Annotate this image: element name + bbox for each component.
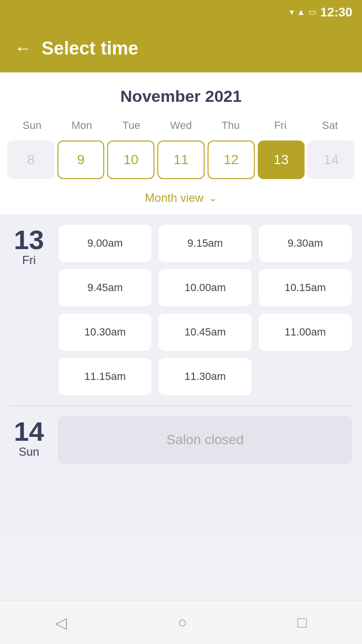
weekday-thu: Thu xyxy=(206,115,255,136)
month-year-label: November 2021 xyxy=(0,82,362,115)
month-view-toggle[interactable]: Month view ⌄ xyxy=(0,184,362,214)
slots-grid-13: 9.00am 9.15am 9.30am 9.45am 10.00am 10.1… xyxy=(58,224,352,396)
header: ← Select time xyxy=(0,24,362,72)
chevron-down-icon[interactable]: ⌄ xyxy=(209,192,217,204)
slot-9-15am[interactable]: 9.15am xyxy=(158,224,252,263)
weekday-sat: Sat xyxy=(305,115,355,136)
weekday-mon: Mon xyxy=(57,115,107,136)
month-view-label[interactable]: Month view xyxy=(145,191,203,205)
weekday-wed: Wed xyxy=(156,115,206,136)
salon-closed-box: Salon closed xyxy=(58,416,352,464)
slot-9-45am[interactable]: 9.45am xyxy=(58,268,152,307)
slot-11-15am[interactable]: 11.15am xyxy=(58,357,152,396)
day-label-14: 14 Sun xyxy=(10,416,48,464)
slot-9-00am[interactable]: 9.00am xyxy=(58,224,152,263)
day-number-14: 14 xyxy=(14,418,44,445)
slot-10-45am[interactable]: 10.45am xyxy=(158,313,252,351)
day-8: 8 xyxy=(7,140,55,179)
slot-10-00am[interactable]: 10.00am xyxy=(158,268,252,307)
divider xyxy=(10,406,352,406)
home-nav-icon[interactable]: ○ xyxy=(178,614,187,631)
signal-icon: ▲ xyxy=(297,7,306,17)
weekday-fri: Fri xyxy=(255,115,305,136)
day-11[interactable]: 11 xyxy=(157,140,205,179)
status-icons: ▾ ▲ ▭ xyxy=(290,7,317,17)
day-13[interactable]: 13 xyxy=(258,140,305,179)
slot-11-00am[interactable]: 11.00am xyxy=(258,313,352,351)
back-nav-icon[interactable]: ◁ xyxy=(55,614,67,632)
nav-bar: ◁ ○ □ xyxy=(0,601,362,644)
day-10[interactable]: 10 xyxy=(107,140,154,179)
day-9[interactable]: 9 xyxy=(57,140,105,179)
battery-icon: ▭ xyxy=(308,7,317,17)
weekday-sun: Sun xyxy=(7,115,57,136)
day-14: 14 xyxy=(307,140,355,179)
recents-nav-icon[interactable]: □ xyxy=(297,614,306,631)
day-name-14: Sun xyxy=(19,445,40,459)
page-title: Select time xyxy=(42,38,139,59)
back-button[interactable]: ← xyxy=(14,40,32,57)
days-row: 8 9 10 11 12 13 14 xyxy=(0,136,362,184)
slot-10-30am[interactable]: 10.30am xyxy=(58,313,152,351)
slot-9-30am[interactable]: 9.30am xyxy=(258,224,352,263)
time-section: 13 Fri 9.00am 9.15am 9.30am 9.45am 10.00… xyxy=(0,214,362,532)
day-block-13: 13 Fri 9.00am 9.15am 9.30am 9.45am 10.00… xyxy=(10,224,352,396)
status-bar: ▾ ▲ ▭ 12:30 xyxy=(0,0,362,24)
calendar-section: November 2021 Sun Mon Tue Wed Thu Fri Sa… xyxy=(0,72,362,214)
status-time: 12:30 xyxy=(320,5,353,20)
weekdays-row: Sun Mon Tue Wed Thu Fri Sat xyxy=(0,115,362,136)
day-number-13: 13 xyxy=(14,226,44,253)
day-block-14: 14 Sun Salon closed xyxy=(10,416,352,464)
weekday-tue: Tue xyxy=(107,115,156,136)
salon-closed-label: Salon closed xyxy=(167,432,244,448)
day-name-13: Fri xyxy=(22,253,36,267)
wifi-icon: ▾ xyxy=(290,7,294,17)
slot-10-15am[interactable]: 10.15am xyxy=(258,268,352,307)
day-12[interactable]: 12 xyxy=(208,140,255,179)
day-label-13: 13 Fri xyxy=(10,224,48,396)
slot-11-30am[interactable]: 11.30am xyxy=(158,357,252,396)
